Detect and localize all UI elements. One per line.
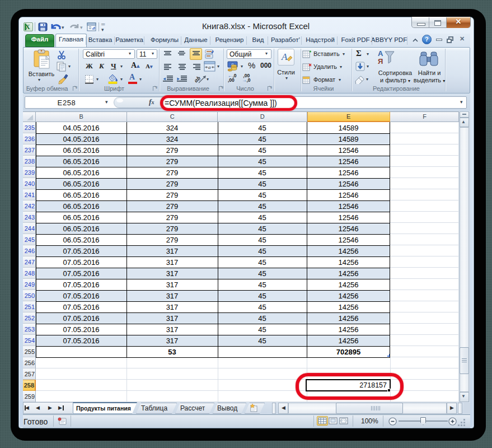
svg-text:ab: ab	[194, 74, 202, 84]
svg-text:a: a	[208, 64, 211, 70]
svg-text:A: A	[281, 52, 288, 62]
svg-text:Я: Я	[378, 57, 383, 66]
svg-text:А: А	[378, 49, 383, 58]
